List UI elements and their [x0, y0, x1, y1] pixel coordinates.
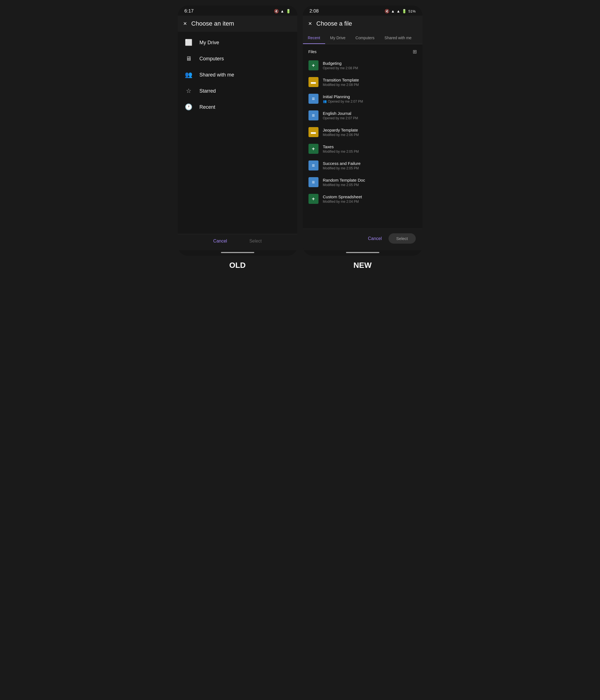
- new-cancel-button[interactable]: Cancel: [368, 236, 382, 241]
- file-meta-initial-planning: 👥 Opened by me 2:07 PM: [323, 100, 417, 103]
- files-header: Files ⊞: [303, 44, 422, 57]
- file-name-transition-template: Transition Template: [323, 78, 417, 82]
- old-drive-icon: ⬜: [185, 39, 193, 46]
- file-icon-success-and-failure: ≡: [309, 160, 318, 171]
- file-meta-english-journal: Opened by me 2:07 PM: [323, 116, 417, 120]
- new-bottom-bar: Cancel Select: [303, 229, 422, 250]
- file-name-jeopardy-template: Jeopardy Template: [323, 128, 417, 132]
- old-cancel-button[interactable]: Cancel: [213, 239, 227, 244]
- file-name-english-journal: English Journal: [323, 111, 417, 116]
- comparison-wrapper: 6:17 🔇 ▲ 🔋 × Choose an item ⬜ My Drive: [178, 5, 422, 270]
- old-nav-recent[interactable]: 🕐 Recent: [178, 99, 297, 115]
- old-nav-computers[interactable]: 🖥 Computers: [178, 51, 297, 67]
- old-computers-label: Computers: [200, 56, 224, 62]
- old-label: OLD: [229, 261, 246, 270]
- file-list: + Budgeting Opened by me 2:08 PM ▬ Trans…: [303, 57, 422, 229]
- file-icon-initial-planning: ≡: [309, 94, 318, 104]
- file-info-jeopardy-template: Jeopardy Template Modified by me 2:06 PM: [323, 128, 417, 137]
- file-item-success-and-failure[interactable]: ≡ Success and Failure Modified by me 2:0…: [303, 157, 422, 174]
- old-dialog-header: × Choose an item: [178, 16, 297, 32]
- file-item-jeopardy-template[interactable]: ▬ Jeopardy Template Modified by me 2:06 …: [303, 124, 422, 141]
- file-icon-random-template-doc: ≡: [309, 177, 318, 187]
- old-mute-icon: 🔇: [274, 9, 279, 14]
- old-nav-starred[interactable]: ☆ Starred: [178, 83, 297, 99]
- file-item-initial-planning[interactable]: ≡ Initial Planning 👥 Opened by me 2:07 P…: [303, 91, 422, 107]
- file-meta-jeopardy-template: Modified by me 2:06 PM: [323, 133, 417, 137]
- tab-computers[interactable]: Computers: [350, 32, 379, 44]
- file-item-english-journal[interactable]: ≡ English Journal Opened by me 2:07 PM: [303, 107, 422, 124]
- file-item-custom-spreadsheet[interactable]: + Custom Spreadsheet Modified by me 2:04…: [303, 191, 422, 207]
- old-shared-icon: 👥: [185, 71, 193, 78]
- file-name-budgeting: Budgeting: [323, 61, 417, 66]
- old-starred-label: Starred: [200, 88, 216, 94]
- old-shared-label: Shared with me: [200, 72, 234, 78]
- old-status-icons: 🔇 ▲ 🔋: [274, 9, 291, 14]
- new-phone: 2:08 🔇 ▲ ▲ 🔋 51% × Choose a file Recent …: [303, 5, 422, 256]
- file-icon-english-journal: ≡: [309, 110, 318, 120]
- new-wifi-icon: ▲: [391, 9, 395, 14]
- new-status-icons: 🔇 ▲ ▲ 🔋 51%: [385, 9, 416, 14]
- file-info-transition-template: Transition Template Modified by me 2:08 …: [323, 78, 417, 87]
- new-tabs-row: Recent My Drive Computers Shared with me: [303, 32, 422, 44]
- new-dialog-title: Choose a file: [316, 20, 352, 27]
- file-icon-custom-spreadsheet: +: [309, 194, 318, 204]
- file-item-budgeting[interactable]: + Budgeting Opened by me 2:08 PM: [303, 57, 422, 74]
- file-meta-random-template-doc: Modified by me 2:05 PM: [323, 183, 417, 187]
- shared-meta-icon: 👥: [323, 100, 327, 103]
- file-info-budgeting: Budgeting Opened by me 2:08 PM: [323, 61, 417, 70]
- file-info-taxes: Taxes Modified by me 2:05 PM: [323, 144, 417, 153]
- file-item-transition-template[interactable]: ▬ Transition Template Modified by me 2:0…: [303, 74, 422, 91]
- file-icon-transition-template: ▬: [309, 77, 318, 87]
- old-home-indicator: [221, 252, 254, 253]
- old-nav-shared[interactable]: 👥 Shared with me: [178, 67, 297, 83]
- new-mute-icon: 🔇: [385, 9, 389, 14]
- file-meta-budgeting: Opened by me 2:08 PM: [323, 66, 417, 70]
- new-battery-icon: 🔋: [402, 9, 407, 14]
- old-panel-container: 6:17 🔇 ▲ 🔋 × Choose an item ⬜ My Drive: [178, 5, 297, 270]
- file-item-taxes[interactable]: + Taxes Modified by me 2:05 PM: [303, 141, 422, 157]
- file-icon-taxes: +: [309, 144, 318, 154]
- new-home-indicator: [346, 252, 379, 253]
- file-meta-success-and-failure: Modified by me 2:05 PM: [323, 166, 417, 170]
- old-nav-my-drive[interactable]: ⬜ My Drive: [178, 34, 297, 51]
- old-battery-icon: 🔋: [286, 9, 291, 14]
- tab-my-drive[interactable]: My Drive: [325, 32, 350, 44]
- file-name-custom-spreadsheet: Custom Spreadsheet: [323, 194, 417, 199]
- new-dialog-header: × Choose a file: [303, 16, 422, 32]
- file-name-taxes: Taxes: [323, 144, 417, 149]
- old-close-button[interactable]: ×: [183, 20, 187, 27]
- old-computer-icon: 🖥: [185, 55, 193, 62]
- new-select-button[interactable]: Select: [389, 233, 416, 244]
- new-close-button[interactable]: ×: [309, 20, 312, 27]
- file-info-random-template-doc: Random Template Doc Modified by me 2:05 …: [323, 178, 417, 187]
- new-battery-text: 51%: [408, 9, 415, 14]
- old-recent-label: Recent: [200, 104, 215, 110]
- tab-recent[interactable]: Recent: [303, 32, 325, 44]
- file-name-success-and-failure: Success and Failure: [323, 161, 417, 166]
- new-signal-icon: ▲: [397, 9, 400, 14]
- old-wifi-icon: ▲: [280, 9, 284, 14]
- files-label: Files: [309, 50, 317, 54]
- new-label: NEW: [354, 261, 371, 270]
- old-dialog-title: Choose an item: [191, 20, 234, 27]
- file-info-initial-planning: Initial Planning 👥 Opened by me 2:07 PM: [323, 94, 417, 103]
- old-drive-label: My Drive: [200, 40, 219, 46]
- file-icon-budgeting: +: [309, 60, 318, 70]
- old-select-button[interactable]: Select: [249, 239, 262, 244]
- file-info-english-journal: English Journal Opened by me 2:07 PM: [323, 111, 417, 120]
- old-status-time: 6:17: [185, 8, 194, 14]
- tab-shared-with-me[interactable]: Shared with me: [380, 32, 417, 44]
- file-info-custom-spreadsheet: Custom Spreadsheet Modified by me 2:04 P…: [323, 194, 417, 204]
- old-nav-list: ⬜ My Drive 🖥 Computers 👥 Shared with me …: [178, 32, 297, 234]
- old-star-icon: ☆: [185, 87, 193, 95]
- file-item-random-template-doc[interactable]: ≡ Random Template Doc Modified by me 2:0…: [303, 174, 422, 191]
- file-name-random-template-doc: Random Template Doc: [323, 178, 417, 182]
- old-phone: 6:17 🔇 ▲ 🔋 × Choose an item ⬜ My Drive: [178, 5, 297, 256]
- file-meta-custom-spreadsheet: Modified by me 2:04 PM: [323, 200, 417, 204]
- grid-view-icon[interactable]: ⊞: [413, 49, 417, 55]
- file-meta-taxes: Modified by me 2:05 PM: [323, 150, 417, 153]
- old-bottom-bar: Cancel Select: [178, 234, 297, 250]
- file-name-initial-planning: Initial Planning: [323, 94, 417, 99]
- file-info-success-and-failure: Success and Failure Modified by me 2:05 …: [323, 161, 417, 170]
- file-icon-jeopardy-template: ▬: [309, 127, 318, 137]
